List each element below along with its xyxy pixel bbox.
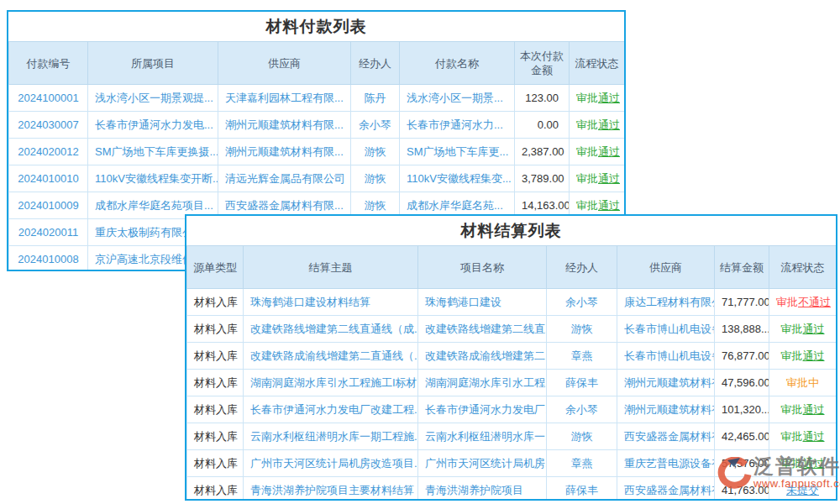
cell-handler[interactable]: 余小琴 [547,289,617,316]
col-header-subject: 结算主题 [244,246,418,289]
cell-amount: 138,888... [715,316,769,343]
cell-supplier[interactable]: 康达工程材料有限公司 [617,289,715,316]
status-text: 审批通过 [781,403,825,416]
cell-handler[interactable]: 章燕 [547,450,617,477]
cell-project-name[interactable]: 珠海鹤港口建设 [418,289,547,316]
cell-supplier[interactable]: 长春市博山机电设备... [617,316,715,343]
col-header-amount: 本次付款金额 [515,42,570,85]
status-text: 审批通过 [576,199,620,212]
cell-supplier[interactable]: 清远光辉金属品有限公司 [218,165,351,192]
cell-subject[interactable]: 云南水利枢纽潜明水库一期工程施... [244,423,418,450]
cell-status[interactable]: 审批中 [769,370,837,396]
cell-payment-no[interactable]: 2024020011 [9,219,88,246]
cell-handler[interactable]: 章燕 [547,343,617,370]
cell-handler[interactable]: 余小琴 [547,396,617,423]
settlement-table-row: 材料入库 改建铁路成渝线增建第二直通线（... 改建铁路成渝线增建第二... 章… [187,343,837,370]
col-header-source-type: 源单类型 [187,246,244,289]
cell-status[interactable]: 审批通过 [769,396,837,423]
cell-source-type: 材料入库 [187,370,244,396]
status-text: 审批中 [786,376,819,389]
cell-supplier[interactable]: 潮州元顺建筑材料有... [617,370,715,396]
status-text: 审批通过 [781,349,825,362]
cell-amount: 42,465.00 [715,423,769,450]
settlement-table-row: 材料入库 云南水利枢纽潜明水库一期工程施... 云南水利枢纽潜明水库一... 游… [187,423,837,450]
cell-subject[interactable]: 广州市天河区统计局机房改造项目... [244,450,418,477]
cell-project[interactable]: 110kV安徽线程集变开断... [88,165,218,192]
cell-subject[interactable]: 改建铁路线增建第二线直通线（成... [244,316,418,343]
cell-project[interactable]: SM广场地下车库更换摄... [88,139,218,165]
cell-handler[interactable]: 薛保丰 [547,370,617,396]
cell-payment-no[interactable]: 2024010008 [9,246,88,272]
cell-handler[interactable]: 游恢 [351,139,400,165]
status-text: 审批通过 [576,172,620,185]
cell-amount: 3,789.00 [515,165,570,192]
settlement-table-row: 材料入库 珠海鹤港口建设材料结算 珠海鹤港口建设 余小琴 康达工程材料有限公司 … [187,289,837,316]
cell-handler[interactable]: 陈丹 [351,85,400,112]
cell-handler[interactable]: 余小琴 [351,112,400,139]
cell-subject[interactable]: 改建铁路成渝线增建第二直通线（... [244,343,418,370]
status-text: 审批通过 [576,145,620,158]
settlement-list-title: 材料结算列表 [186,216,836,245]
cell-payment-name[interactable]: 110kV安徽线程集变... [400,165,515,192]
settlement-table-row: 材料入库 改建铁路线增建第二线直通线（成... 改建铁路线增建第二线直... 游… [187,316,837,343]
col-header-payment-name: 付款名称 [400,42,515,85]
cell-status[interactable]: 审批通过 [570,85,625,112]
cell-supplier[interactable]: 重庆艺普电源设备有... [617,450,715,477]
cell-status[interactable]: 审批不通过 [769,289,837,316]
cell-source-type: 材料入库 [187,423,244,450]
cell-supplier[interactable]: 天津嘉利园林工程有限... [218,85,351,112]
cell-payment-no[interactable]: 2024010009 [9,192,88,219]
cell-supplier[interactable]: 潮州元顺建筑材料有限... [218,112,351,139]
status-text: 审批通过 [576,118,620,131]
cell-payment-name[interactable]: 长春市伊通河水力... [400,112,515,139]
cell-handler[interactable]: 游恢 [547,316,617,343]
fanpu-logo-icon [717,457,752,494]
cell-handler[interactable]: 薛保丰 [547,477,617,501]
cell-supplier[interactable]: 潮州元顺建筑材料有限... [218,139,351,165]
cell-subject[interactable]: 长春市伊通河水力发电厂改建工程... [244,396,418,423]
cell-subject[interactable]: 青海洪湖养护院项目主要材料结算 [244,477,418,501]
cell-supplier[interactable]: 潮州元顺建筑材料有... [617,396,715,423]
cell-amount: 2,387.00 [515,139,570,165]
cell-project-name[interactable]: 改建铁路线增建第二线直... [418,316,547,343]
cell-project-name[interactable]: 改建铁路成渝线增建第二... [418,343,547,370]
cell-subject[interactable]: 珠海鹤港口建设材料结算 [244,289,418,316]
cell-payment-no[interactable]: 2024010010 [9,165,88,192]
cell-status[interactable]: 审批通过 [570,112,625,139]
settlement-header-row: 源单类型 结算主题 项目名称 经办人 供应商 结算金额 流程状态 [187,246,837,289]
payment-list-title: 材料付款列表 [8,12,624,41]
payment-table-row: 2024100001 浅水湾小区一期景观提... 天津嘉利园林工程有限... 陈… [9,85,625,112]
cell-payment-name[interactable]: 浅水湾小区一期景... [400,85,515,112]
cell-supplier[interactable]: 西安盛器金属材料有... [617,423,715,450]
cell-handler[interactable]: 游恢 [547,423,617,450]
cell-payment-no[interactable]: 2024100001 [9,85,88,112]
cell-source-type: 材料入库 [187,316,244,343]
cell-project[interactable]: 长春市伊通河水力发电... [88,112,218,139]
cell-payment-name[interactable]: SM广场地下车库更... [400,139,515,165]
cell-supplier[interactable]: 长春市博山机电设备... [617,343,715,370]
cell-project-name[interactable]: 云南水利枢纽潜明水库一... [418,423,547,450]
settlement-table-row: 材料入库 长春市伊通河水力发电厂改建工程... 长春市伊通河水力发电厂... 余… [187,396,837,423]
cell-amount: 71,777.00 [715,289,769,316]
cell-handler[interactable]: 游恢 [351,165,400,192]
cell-payment-no[interactable]: 2024030007 [9,112,88,139]
cell-project-name[interactable]: 长春市伊通河水力发电厂... [418,396,547,423]
cell-project-name[interactable]: 湖南洞庭湖水库引水工程... [418,370,547,396]
cell-status[interactable]: 审批通过 [570,165,625,192]
cell-project-name[interactable]: 青海洪湖养护院项目 [418,477,547,501]
col-header-status: 流程状态 [570,42,625,85]
cell-status[interactable]: 审批通过 [570,139,625,165]
col-header-payment-no: 付款编号 [9,42,88,85]
cell-subject[interactable]: 湖南洞庭湖水库引水工程施工I标材... [244,370,418,396]
cell-amount: 47,596.00 [715,370,769,396]
cell-status[interactable]: 审批通过 [769,316,837,343]
col-header-amount: 结算金额 [715,246,769,289]
cell-project-name[interactable]: 广州市天河区统计局机房... [418,450,547,477]
status-text: 审批通过 [576,92,620,104]
cell-payment-no[interactable]: 2024020012 [9,139,88,165]
cell-project[interactable]: 浅水湾小区一期景观提... [88,85,218,112]
cell-supplier[interactable]: 西安盛器金属材料有... [617,477,715,501]
cell-status[interactable]: 审批通过 [769,343,837,370]
cell-status[interactable]: 审批通过 [769,423,837,450]
cell-amount: 123.00 [515,85,570,112]
